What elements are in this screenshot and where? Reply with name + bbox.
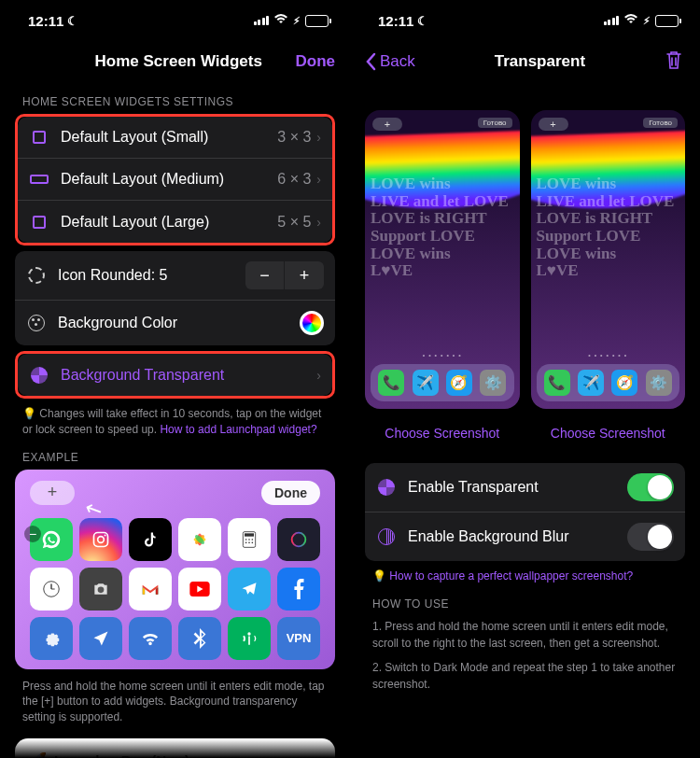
instagram-icon — [79, 518, 122, 561]
back-button[interactable]: Back — [365, 52, 415, 71]
choose-screenshot-button[interactable]: Choose Screenshot — [531, 418, 686, 448]
chevron-left-icon — [365, 52, 376, 71]
checker-icon — [29, 365, 49, 386]
blur-toggle[interactable] — [627, 523, 674, 551]
siri-icon — [277, 518, 320, 561]
color-wheel[interactable] — [300, 311, 324, 335]
bluetooth-icon — [178, 617, 221, 660]
tip-link[interactable]: How to add Launchpad widget? — [160, 423, 316, 436]
transparent-toggle[interactable] — [627, 473, 674, 501]
battery-icon: 84 — [305, 15, 331, 27]
enable-transparent-row: Enable Transparent — [365, 463, 685, 512]
preview-1: + Готово LOVE winsLIVE and let LOVELOVE … — [365, 110, 520, 448]
toggle-list: Enable Transparent Enable Background Blu… — [365, 463, 685, 561]
svg-point-10 — [248, 539, 250, 540]
row-label: Default Layout (Medium) — [61, 171, 277, 188]
dnd-icon: ☾ — [67, 14, 78, 28]
example-desc: Press and hold the home screen until it … — [22, 679, 328, 725]
row-value: 5 × 5 — [277, 214, 311, 231]
svg-point-9 — [245, 539, 247, 540]
calculator-icon — [228, 518, 271, 561]
gmail-icon — [129, 568, 172, 611]
row-label: Enable Transparent — [408, 479, 627, 496]
right-screen: 12:11☾ ⚡︎ 84 Back Transparent + Готово L… — [350, 0, 700, 758]
wifi-app-icon — [129, 617, 172, 660]
status-bar: 12:11☾ ⚡︎ 84 — [350, 0, 700, 41]
row-label: Enable Background Blur — [408, 528, 627, 545]
highlighted-transparent: Background Transparent › — [15, 351, 335, 399]
vpn-icon: VPN — [277, 617, 320, 660]
antenna-icon — [228, 617, 271, 660]
layout-small-row[interactable]: Default Layout (Small) 3 × 3 › — [18, 117, 332, 159]
nav-bar: Back Transparent — [350, 41, 700, 82]
chevron-icon: › — [316, 130, 321, 145]
time: 12:11 — [28, 13, 63, 29]
row-value: 6 × 3 — [277, 171, 311, 188]
settings-icon — [30, 617, 73, 660]
enable-blur-row: Enable Background Blur — [365, 512, 685, 561]
checker-icon — [376, 477, 397, 498]
bulb-icon: 💡 — [372, 569, 386, 583]
remove-icon: − — [24, 526, 41, 542]
layout-large-row[interactable]: Default Layout (Large) 5 × 5 › — [18, 201, 332, 243]
signal-icon — [604, 16, 620, 25]
done-button[interactable]: Done — [296, 52, 336, 71]
minus-button[interactable]: − — [245, 261, 285, 289]
choose-screenshot-button[interactable]: Choose Screenshot — [365, 418, 520, 448]
page-title: Transparent — [415, 52, 665, 71]
square-icon — [29, 127, 49, 147]
photos-icon — [178, 518, 221, 561]
tiktok-icon — [129, 518, 172, 561]
chevron-icon: › — [316, 368, 321, 383]
row-label: Background Color — [58, 315, 300, 331]
preview-image[interactable]: + Готово LOVE winsLIVE and let LOVELOVE … — [531, 110, 686, 409]
preview-2: + Готово LOVE winsLIVE and let LOVELOVE … — [531, 110, 686, 448]
tip-link[interactable]: How to capture a perfect wallpapper scre… — [389, 569, 633, 583]
stepper: − + — [245, 261, 324, 289]
row-value: 3 × 3 — [277, 129, 311, 146]
example-header: EXAMPLE — [22, 451, 335, 464]
row-label: Background Transparent — [61, 367, 311, 384]
preview-row: + Готово LOVE winsLIVE and let LOVELOVE … — [365, 82, 685, 448]
howto-header: HOW TO USE — [372, 597, 685, 611]
chevron-icon: › — [316, 172, 321, 187]
dnd-icon: ☾ — [417, 14, 428, 28]
tip-text: 💡 How to capture a perfect wallpapper sc… — [372, 568, 678, 584]
charge-icon: ⚡︎ — [643, 15, 651, 27]
plus-button[interactable]: + — [285, 261, 324, 289]
square-icon — [29, 212, 49, 232]
nav-bar: Home Screen Widgets Done — [0, 41, 350, 82]
page-title: Home Screen Widgets — [62, 52, 296, 71]
svg-point-12 — [245, 541, 247, 543]
howto-step-2: 2. Switch to Dark Mode and repeat the st… — [372, 659, 678, 693]
camera-icon — [79, 568, 122, 611]
wifi-icon — [273, 13, 288, 28]
circle-dashed-icon — [26, 265, 47, 286]
svg-rect-8 — [245, 533, 254, 536]
svg-point-15 — [292, 532, 306, 546]
status-bar: 12:11☾ ⚡︎ 84 — [0, 0, 350, 41]
highlighted-layouts: Default Layout (Small) 3 × 3 › Default L… — [15, 114, 335, 246]
charge-icon: ⚡︎ — [293, 15, 301, 27]
svg-point-14 — [252, 541, 254, 543]
row-label: Default Layout (Small) — [61, 129, 277, 146]
card-title: Launcher Box (New) — [54, 752, 189, 758]
bulb-icon: 💡 — [22, 407, 36, 420]
facebook-icon — [277, 568, 320, 611]
svg-point-19 — [98, 586, 105, 593]
trash-button[interactable] — [665, 49, 685, 74]
telegram-icon — [228, 568, 271, 611]
bg-color-row[interactable]: Background Color — [15, 301, 335, 345]
svg-point-11 — [252, 539, 254, 540]
layout-medium-row[interactable]: Default Layout (Medium) 6 × 3 › — [18, 159, 332, 201]
rect-icon — [29, 169, 49, 190]
svg-point-13 — [248, 541, 250, 543]
battery-icon: 84 — [655, 15, 681, 27]
preview-image[interactable]: + Готово LOVE winsLIVE and let LOVELOVE … — [365, 110, 520, 409]
svg-point-1 — [98, 536, 105, 542]
icon-grid: VPN — [24, 518, 326, 660]
bg-transparent-row[interactable]: Background Transparent › — [18, 354, 332, 396]
clock-icon — [30, 568, 73, 611]
row-label: Icon Rounded: 5 — [58, 267, 245, 284]
example-box: + Done ↖ − — [15, 470, 335, 669]
